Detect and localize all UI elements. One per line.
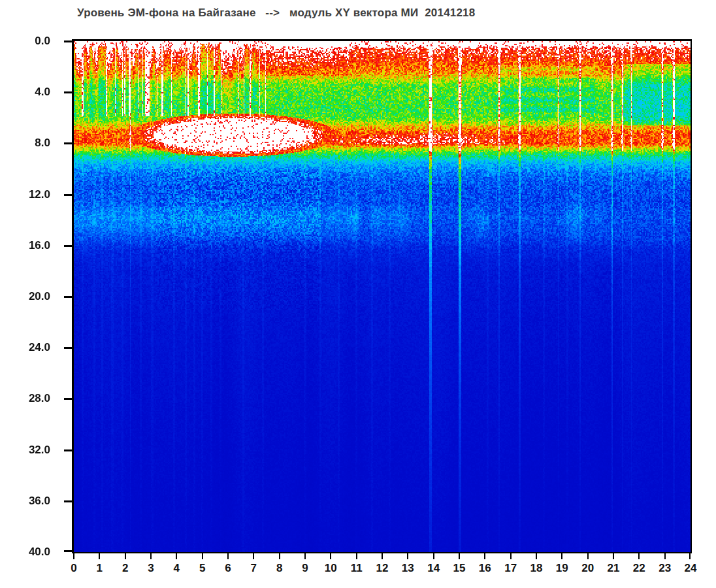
x-tick-label: 9	[291, 562, 319, 575]
x-axis-tick	[689, 553, 691, 559]
x-axis-tick	[330, 553, 331, 559]
x-tick-label: 2	[111, 562, 140, 575]
y-axis-tick	[64, 500, 72, 502]
x-axis-tick	[304, 553, 306, 559]
x-tick-label: 6	[214, 562, 242, 575]
y-axis-tick	[64, 245, 72, 247]
x-tick-label: 8	[265, 562, 294, 575]
y-axis-tick	[64, 398, 72, 400]
x-tick-label: 17	[496, 562, 525, 575]
x-tick-label: 22	[625, 562, 653, 575]
y-axis-tick	[64, 142, 72, 144]
y-axis-tick	[64, 194, 72, 196]
x-axis-tick	[510, 553, 512, 559]
x-tick-label: 5	[188, 562, 217, 575]
y-tick-label: 28.0	[10, 392, 50, 405]
x-tick-label: 1	[85, 562, 114, 575]
x-tick-label: 23	[651, 562, 679, 575]
x-tick-label: 4	[162, 562, 191, 575]
x-axis-tick	[99, 553, 100, 559]
x-axis-tick	[202, 553, 203, 559]
x-tick-label: 16	[470, 562, 499, 575]
x-axis-tick	[407, 553, 408, 559]
x-axis-tick	[613, 553, 614, 559]
plot-frame	[72, 39, 692, 553]
y-tick-label: 24.0	[10, 341, 50, 354]
x-axis-tick	[664, 553, 666, 559]
x-axis-tick	[279, 553, 280, 559]
x-tick-label: 11	[342, 562, 371, 575]
y-axis-tick	[64, 91, 72, 93]
x-tick-label: 18	[522, 562, 551, 575]
x-tick-label: 14	[419, 562, 448, 575]
x-axis-tick	[587, 553, 589, 559]
page: Уровень ЭМ-фона на Байгазане --> модуль …	[0, 0, 716, 588]
x-tick-label: 19	[547, 562, 576, 575]
x-tick-label: 21	[599, 562, 628, 575]
x-tick-label: 7	[239, 562, 268, 575]
chart-title: Уровень ЭМ-фона на Байгазане --> модуль …	[77, 7, 475, 20]
y-tick-label: 12.0	[10, 188, 50, 201]
x-tick-label: 12	[368, 562, 397, 575]
x-axis-tick	[227, 553, 229, 559]
x-axis-tick	[73, 553, 74, 559]
x-axis-tick	[382, 553, 383, 559]
y-tick-label: 0.0	[10, 35, 50, 48]
y-tick-label: 36.0	[10, 495, 50, 508]
y-tick-label: 20.0	[10, 290, 50, 303]
y-axis-tick	[64, 550, 72, 552]
x-axis-tick	[253, 553, 254, 559]
y-tick-label: 8.0	[10, 137, 50, 150]
x-tick-label: 3	[137, 562, 165, 575]
x-axis-tick	[561, 553, 562, 559]
y-tick-label: 16.0	[10, 239, 50, 252]
x-axis-tick	[638, 553, 640, 559]
x-axis-tick	[150, 553, 152, 559]
x-axis-tick	[125, 553, 126, 559]
y-axis-tick	[64, 449, 72, 451]
x-tick-label: 13	[393, 562, 422, 575]
x-tick-label: 0	[59, 562, 88, 575]
x-axis-tick	[459, 553, 460, 559]
x-tick-label: 15	[445, 562, 474, 575]
x-axis-tick	[433, 553, 434, 559]
x-axis-tick	[176, 553, 177, 559]
y-tick-label: 40.0	[10, 546, 50, 559]
x-axis-tick	[356, 553, 357, 559]
y-axis-tick	[64, 296, 72, 298]
y-axis-tick	[64, 41, 72, 42]
x-tick-label: 24	[676, 562, 705, 575]
x-axis-tick	[536, 553, 537, 559]
y-axis-tick	[64, 347, 72, 349]
x-tick-label: 10	[316, 562, 345, 575]
x-axis-tick	[484, 553, 485, 559]
y-tick-label: 4.0	[10, 86, 50, 99]
spectrogram-canvas	[74, 41, 691, 552]
x-tick-label: 20	[574, 562, 602, 575]
y-tick-label: 32.0	[10, 444, 50, 457]
